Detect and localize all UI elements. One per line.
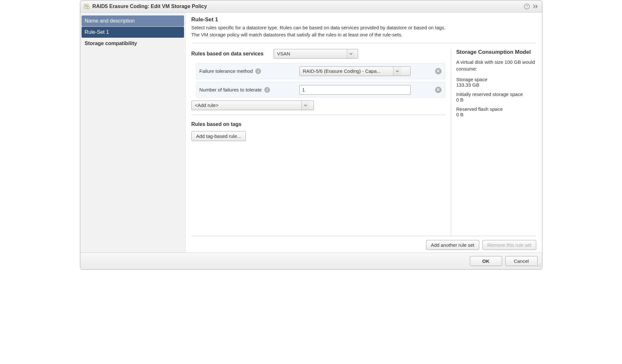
info-icon[interactable]: i (264, 87, 270, 93)
ok-button[interactable]: OK (470, 256, 502, 266)
metric-label: Storage space (456, 77, 536, 82)
content-columns: Rules based on data services VSAN Failur… (191, 49, 536, 236)
nav-label: Storage compatibility (85, 41, 137, 46)
nav-step-rule-set-1[interactable]: Rule-Set 1 (82, 27, 184, 38)
chevron-down-icon (301, 101, 310, 110)
metric-value: 0 B (456, 112, 536, 117)
svg-point-9 (537, 266, 538, 267)
rules-column: Rules based on data services VSAN Failur… (191, 49, 445, 236)
button-label: OK (482, 258, 490, 264)
nav-step-storage-compatibility[interactable]: Storage compatibility (82, 38, 184, 49)
data-services-label: Rules based on data services (191, 51, 274, 57)
ruleset-actions: Add another rule set Remove this rule se… (191, 236, 536, 250)
rule-label: Failure tolerance method i (199, 68, 296, 74)
rule-label-text: Number of failures to tolerate (199, 87, 262, 92)
svg-point-7 (539, 265, 539, 265)
add-ruleset-button[interactable]: Add another rule set (426, 240, 479, 250)
consumption-description: A virtual disk with size 100 GB would co… (456, 59, 536, 72)
datastore-type-value: VSAN (274, 49, 347, 58)
nav-label: Name and description (85, 18, 135, 24)
main-content: Rule-Set 1 Select rules specific for a d… (186, 13, 542, 253)
policy-icon (83, 3, 90, 10)
svg-rect-2 (85, 6, 87, 7)
rule-label-text: Failure tolerance method (199, 68, 253, 74)
failures-to-tolerate-input[interactable] (299, 85, 411, 95)
svg-point-10 (539, 266, 539, 267)
chevron-down-icon (347, 49, 355, 58)
info-icon[interactable]: i (255, 68, 261, 74)
failure-tolerance-method-value: RAID-5/6 (Erasure Coding) - Capa... (300, 67, 393, 76)
metric-label: Reserved flash space (456, 106, 536, 112)
dialog-window: RAID5 Erasure Coding: Edit VM Storage Po… (80, 0, 542, 270)
consumption-heading: Storage Consumption Model (456, 49, 536, 55)
dialog-title: RAID5 Erasure Coding: Edit VM Storage Po… (92, 4, 522, 9)
wizard-sidebar: Name and description Rule-Set 1 Storage … (80, 13, 186, 253)
cancel-button[interactable]: Cancel (505, 256, 538, 266)
resize-grip-icon[interactable] (537, 263, 541, 268)
metric-label: Initially reserved storage space (456, 91, 536, 97)
page-title: Rule-Set 1 (191, 16, 536, 23)
expand-icon[interactable] (532, 3, 539, 10)
consumption-panel: Storage Consumption Model A virtual disk… (451, 49, 536, 236)
metric-value: 133.33 GB (456, 82, 536, 88)
add-tag-rule-button[interactable]: Add tag-based rule... (191, 131, 246, 141)
main-panel: Rule-Set 1 Select rules specific for a d… (186, 13, 542, 253)
add-rule-placeholder: <Add rule> (192, 101, 301, 110)
datastore-type-select[interactable]: VSAN (274, 49, 358, 59)
svg-point-6 (540, 263, 540, 264)
metric-reserved-flash: Reserved flash space 0 B (456, 106, 536, 117)
divider (191, 115, 445, 115)
titlebar: RAID5 Erasure Coding: Edit VM Storage Po… (80, 0, 542, 13)
metric-value: 0 B (456, 97, 536, 102)
page-description-line2: The VM storage policy will match datasto… (191, 31, 536, 38)
add-rule-select[interactable]: <Add rule> (191, 101, 314, 110)
remove-rule-icon[interactable]: ✕ (435, 68, 442, 74)
help-icon[interactable]: ? (523, 3, 530, 10)
remove-ruleset-button[interactable]: Remove this rule set (482, 240, 536, 250)
button-label: Cancel (514, 258, 529, 264)
svg-point-3 (87, 6, 90, 9)
data-services-row: Rules based on data services VSAN (191, 49, 445, 59)
divider (191, 43, 536, 43)
tags-section-label: Rules based on tags (191, 121, 445, 127)
rule-row-failures-to-tolerate: Number of failures to tolerate i ✕ (196, 82, 445, 98)
dialog-body: Name and description Rule-Set 1 Storage … (80, 13, 542, 253)
svg-rect-1 (85, 5, 87, 6)
rule-row-failure-tolerance-method: Failure tolerance method i RAID-5/6 (Era… (196, 63, 445, 79)
nav-label: Rule-Set 1 (85, 29, 109, 35)
button-label: Add another rule set (431, 242, 474, 248)
dialog-footer: OK Cancel (80, 253, 542, 269)
metric-initially-reserved: Initially reserved storage space 0 B (456, 91, 536, 102)
chevron-down-icon (393, 67, 402, 76)
button-label: Add tag-based rule... (196, 133, 241, 139)
svg-point-8 (540, 265, 540, 265)
svg-text:?: ? (526, 5, 528, 8)
svg-point-11 (540, 266, 540, 267)
nav-step-name-description[interactable]: Name and description (82, 15, 184, 26)
failure-tolerance-method-select[interactable]: RAID-5/6 (Erasure Coding) - Capa... (299, 66, 411, 76)
rule-label: Number of failures to tolerate i (199, 87, 296, 93)
remove-rule-icon[interactable]: ✕ (435, 87, 442, 93)
button-label: Remove this rule set (487, 242, 531, 248)
page-description-line1: Select rules specific for a datastore ty… (191, 24, 536, 31)
metric-storage-space: Storage space 133.33 GB (456, 77, 536, 88)
